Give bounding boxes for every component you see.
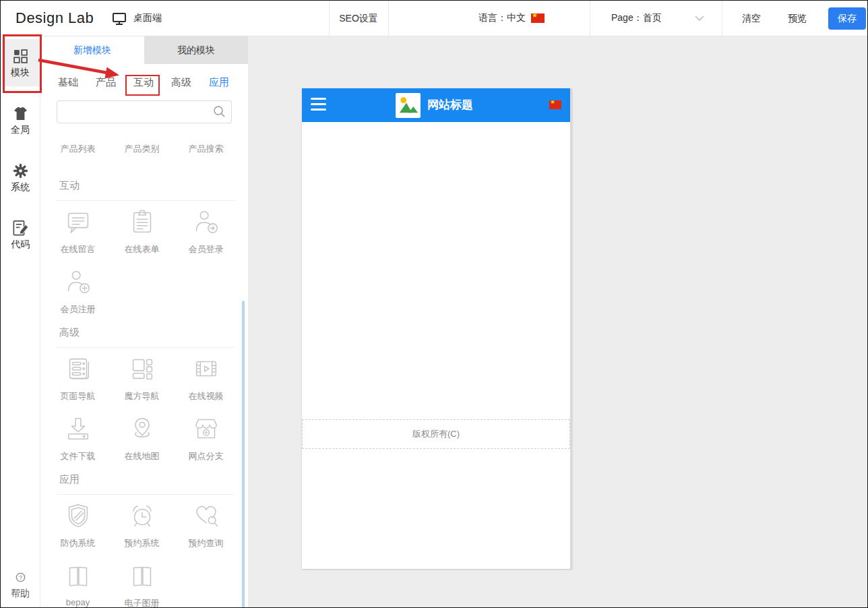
topbar-divider xyxy=(590,1,590,36)
heart-search-icon xyxy=(191,500,222,531)
module-item-label: 预约查询 xyxy=(174,537,238,549)
tshirt-icon xyxy=(11,104,30,123)
preview-footer-module[interactable]: 版权所有(C) xyxy=(302,419,570,449)
search-icon[interactable] xyxy=(213,105,226,118)
module-item-label: 产品列表 xyxy=(46,143,110,155)
preview-language-flag-icon[interactable]: ★ xyxy=(549,100,561,109)
module-item-label: 在线表单 xyxy=(110,243,174,255)
module-item-label: bepay xyxy=(46,597,110,607)
search-input[interactable] xyxy=(63,103,210,121)
section-title: 高级 xyxy=(59,326,248,339)
sidebar-item-modules[interactable]: 模块 xyxy=(1,39,40,86)
panel-scrollbar[interactable] xyxy=(242,301,245,608)
seo-settings-button[interactable]: SEO设置 xyxy=(329,1,388,36)
module-item-label: 页面导航 xyxy=(46,390,110,402)
message-icon xyxy=(63,206,94,237)
sidebar-item-help[interactable]: ? 帮助 xyxy=(1,560,40,607)
site-title: 网站标题 xyxy=(427,88,473,122)
sidebar-item-label: 全局 xyxy=(1,124,40,136)
download-icon xyxy=(63,413,94,444)
save-button[interactable]: 保存 xyxy=(828,7,866,30)
category-basic[interactable]: 基础 xyxy=(58,76,78,89)
svg-text:?: ? xyxy=(18,574,22,581)
module-item[interactable]: 文件下载 xyxy=(46,413,110,462)
app-window: Design Lab 桌面端 SEO设置 语言：中文 ★ Page：首页 清空 … xyxy=(0,0,868,608)
module-item[interactable]: 魔方导航 xyxy=(110,353,174,402)
module-grid: 防伪系统 预约系统 预约查询 xyxy=(46,500,248,608)
preview-button[interactable]: 预览 xyxy=(788,1,807,36)
module-item[interactable]: 网点分支 xyxy=(174,413,238,462)
tab-new-modules[interactable]: 新增模块 xyxy=(40,36,144,64)
module-item-label: 魔方导航 xyxy=(110,390,174,402)
module-item-label: 防伪系统 xyxy=(46,537,110,549)
product-category-icon xyxy=(127,123,158,141)
language-label: 语言：中文 xyxy=(478,12,526,24)
module-item[interactable]: 产品列表 xyxy=(46,123,110,155)
module-item-label: 文件下载 xyxy=(46,450,110,462)
module-item[interactable]: 会员登录 xyxy=(174,206,238,255)
open-book-icon xyxy=(127,560,158,591)
module-item[interactable]: 电子图册 xyxy=(110,560,174,608)
mobile-preview[interactable]: 网站标题 ★ 版权所有(C) xyxy=(302,88,572,569)
sidebar-item-global[interactable]: 全局 xyxy=(1,96,40,144)
gear-icon xyxy=(11,162,30,180)
help-icon: ? xyxy=(11,568,30,586)
module-item[interactable]: 产品类别 xyxy=(110,123,174,155)
shield-icon xyxy=(63,500,94,531)
module-panel: 新增模块 我的模块 基础 产品 互动 高级 应用 产品列表 xyxy=(40,36,248,608)
video-icon xyxy=(191,353,222,384)
hamburger-menu-icon[interactable] xyxy=(311,98,326,114)
module-item[interactable]: 产品搜索 xyxy=(174,123,238,155)
module-item-label: 预约系统 xyxy=(110,537,174,549)
module-grid: 页面导航 魔方导航 xyxy=(46,353,248,462)
preview-header-module[interactable]: 网站标题 ★ xyxy=(302,88,570,122)
category-product[interactable]: 产品 xyxy=(96,76,116,89)
code-icon xyxy=(11,219,30,237)
sidebar-item-system[interactable]: 系统 xyxy=(1,154,40,201)
topbar-divider xyxy=(722,1,722,36)
device-mode-switch[interactable]: 桌面端 xyxy=(111,1,162,36)
clear-button[interactable]: 清空 xyxy=(742,1,761,36)
module-item[interactable]: bepay xyxy=(46,560,110,608)
sidebar-item-label: 系统 xyxy=(1,181,40,193)
module-item[interactable]: 在线地图 xyxy=(110,413,174,462)
module-item[interactable]: 在线留言 xyxy=(46,206,110,255)
module-item[interactable]: 会员注册 xyxy=(46,266,110,315)
module-item-label: 会员注册 xyxy=(46,303,110,315)
page-nav-icon xyxy=(63,353,94,384)
tab-my-modules[interactable]: 我的模块 xyxy=(144,36,248,64)
panel-tabstrip: 新增模块 我的模块 xyxy=(40,36,248,64)
module-item[interactable]: 在线视频 xyxy=(174,353,238,402)
module-item[interactable]: 页面导航 xyxy=(46,353,110,402)
module-item[interactable]: 防伪系统 xyxy=(46,500,110,549)
category-tabs: 基础 产品 互动 高级 应用 xyxy=(40,64,248,89)
chevron-down-icon[interactable] xyxy=(695,16,704,22)
sidebar-item-label: 代码 xyxy=(1,239,40,251)
module-item-label: 在线留言 xyxy=(46,243,110,255)
page-select[interactable]: Page：首页 xyxy=(611,1,662,36)
monitor-icon xyxy=(111,11,127,26)
copyright-text: 版权所有(C) xyxy=(412,429,460,439)
map-pin-icon xyxy=(127,413,158,444)
language-selector[interactable]: 语言：中文 ★ xyxy=(478,1,545,36)
module-item-label: 在线视频 xyxy=(174,390,238,402)
module-item[interactable]: 预约查询 xyxy=(174,500,238,549)
sidebar-item-code[interactable]: 代码 xyxy=(1,211,40,258)
section-title: 互动 xyxy=(59,179,248,192)
module-item[interactable]: 在线表单 xyxy=(110,206,174,255)
module-item-label: 网点分支 xyxy=(174,450,238,462)
category-application[interactable]: 应用 xyxy=(209,76,229,89)
site-logo xyxy=(396,93,421,118)
china-flag-icon: ★ xyxy=(531,13,545,23)
module-grid: 在线留言 在线表单 会员登录 xyxy=(46,206,248,315)
app-logo: Design Lab xyxy=(16,1,94,36)
section-title: 应用 xyxy=(59,473,248,486)
sidebar: 模块 全局 系统 xyxy=(1,36,40,608)
module-item-label: 电子图册 xyxy=(110,597,174,608)
sidebar-item-label: 模块 xyxy=(1,67,40,79)
module-item[interactable]: 预约系统 xyxy=(110,500,174,549)
category-interactive[interactable]: 互动 xyxy=(133,76,154,89)
product-list-icon xyxy=(63,123,94,141)
category-advanced[interactable]: 高级 xyxy=(171,76,191,89)
product-search-icon xyxy=(191,123,222,141)
